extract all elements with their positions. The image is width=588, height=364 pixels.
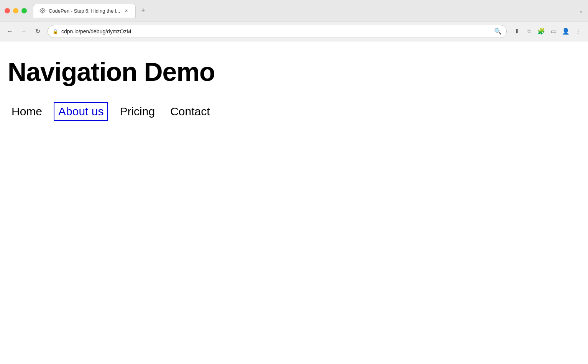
page-content: Navigation Demo Home About us Pricing Co…: [0, 41, 588, 364]
sidebar-button[interactable]: ▭: [548, 26, 559, 37]
nav-item-home[interactable]: Home: [8, 103, 46, 120]
minimize-button[interactable]: [13, 8, 18, 13]
extensions-button[interactable]: 🧩: [536, 26, 547, 37]
toolbar-right: ⬆ ☆ 🧩 ▭ 👤 ⋮: [511, 26, 583, 37]
tab-expand-button[interactable]: ⌄: [579, 8, 583, 14]
reload-button[interactable]: ↻: [32, 26, 43, 37]
url-bar[interactable]: 🔒 cdpn.io/pen/debug/dymzOzM 🔍: [48, 25, 507, 38]
active-tab[interactable]: CodePen - Step 6: Hiding the l... ✕: [33, 4, 136, 18]
new-tab-button[interactable]: +: [137, 5, 149, 16]
browser-window: CodePen - Step 6: Hiding the l... ✕ + ⌄ …: [0, 0, 588, 364]
title-bar: CodePen - Step 6: Hiding the l... ✕ + ⌄: [0, 0, 588, 21]
address-bar: ← → ↻ 🔒 cdpn.io/pen/debug/dymzOzM 🔍 ⬆ ☆ …: [0, 21, 588, 41]
profile-button[interactable]: 👤: [560, 26, 571, 37]
traffic-lights: [5, 8, 27, 13]
tab-bar: CodePen - Step 6: Hiding the l... ✕ + ⌄: [33, 4, 583, 18]
nav-item-pricing[interactable]: Pricing: [116, 103, 159, 120]
maximize-button[interactable]: [21, 8, 27, 13]
share-button[interactable]: ⬆: [511, 26, 522, 37]
tab-close-button[interactable]: ✕: [123, 8, 129, 14]
page-title: Navigation Demo: [8, 57, 580, 87]
url-text: cdpn.io/pen/debug/dymzOzM: [61, 28, 491, 34]
nav-menu: Home About us Pricing Contact: [8, 102, 580, 121]
back-button[interactable]: ←: [5, 26, 15, 37]
codepen-favicon: [39, 8, 46, 14]
tab-title: CodePen - Step 6: Hiding the l...: [49, 8, 120, 14]
bookmark-button[interactable]: ☆: [524, 26, 534, 37]
nav-item-about[interactable]: About us: [54, 102, 108, 121]
url-search-icon: 🔍: [494, 28, 502, 35]
close-button[interactable]: [5, 8, 10, 13]
forward-button[interactable]: →: [18, 26, 29, 37]
menu-button[interactable]: ⋮: [573, 26, 583, 37]
nav-item-contact[interactable]: Contact: [166, 103, 214, 120]
lock-icon: 🔒: [53, 29, 58, 34]
